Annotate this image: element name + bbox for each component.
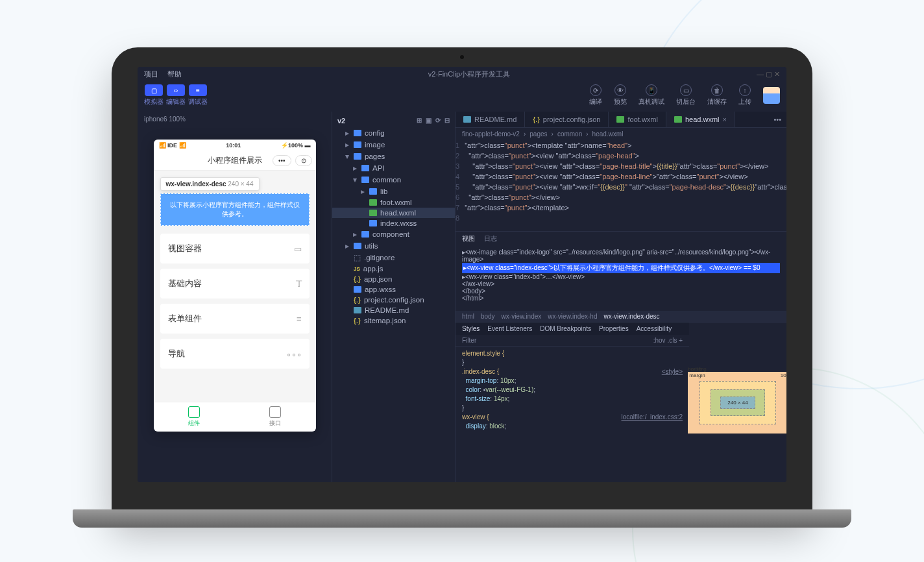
mode-simulator[interactable]: ▢模拟器 — [144, 84, 164, 106]
phone-navbar: 小程序组件展示 •••⊙ — [154, 151, 316, 171]
add-rule-icon[interactable]: + — [679, 337, 683, 344]
editor-tab[interactable]: foot.wxml — [609, 112, 666, 127]
window-title: v2-FinClip小程序开发工具 — [191, 69, 748, 79]
editor-tab[interactable]: {.}project.config.json — [525, 112, 609, 127]
file-node[interactable]: {.}project.config.json — [332, 295, 455, 305]
action-upload[interactable]: ↑上传 — [738, 84, 751, 106]
file-node[interactable]: README.md — [332, 305, 455, 315]
file-node[interactable]: ⬚.gitignore — [332, 252, 455, 263]
hov-toggle[interactable]: :hov — [653, 337, 666, 344]
editor-area: README.md{.}project.config.jsonfoot.wxml… — [456, 112, 786, 482]
new-file-icon[interactable]: ⊞ — [417, 117, 422, 125]
action-preview[interactable]: 👁预览 — [614, 84, 627, 106]
capsule-more[interactable]: ••• — [273, 155, 291, 166]
cls-toggle[interactable]: .cls — [667, 337, 677, 344]
phone-statusbar: 📶 IDE 📶10:01⚡100% ▬ — [154, 140, 316, 151]
inspect-tooltip: wx-view.index-desc 240 × 44 — [160, 177, 260, 191]
file-node[interactable]: JSapp.js — [332, 263, 455, 274]
highlighted-element[interactable]: 以下将展示小程序官方组件能力，组件样式仅供参考。 — [160, 193, 310, 226]
simulator-panel: iphone6 100% 📶 IDE 📶10:01⚡100% ▬ 小程序组件展示… — [138, 112, 332, 482]
file-node[interactable]: foot.wxml — [332, 197, 455, 208]
list-item[interactable]: 表单组件≡ — [160, 304, 310, 334]
file-explorer[interactable]: v2 ⊞▣⟳⊟ ▸config▸image▾pages▸API▾common▸l… — [332, 112, 456, 482]
file-node[interactable]: app.wxss — [332, 284, 455, 295]
dom-breadcrumb[interactable]: htmlbodywx-view.indexwx-view.index-hdwx-… — [456, 311, 786, 322]
file-node[interactable]: head.wxml — [332, 208, 455, 218]
ide-window: 项目 帮助 v2-FinClip小程序开发工具 — ▢ ✕ ▢模拟器 ‹›编辑器… — [138, 67, 786, 482]
dom-tree[interactable]: ▸<wx-image class="index-logo" src="../re… — [456, 246, 786, 311]
file-node[interactable]: index.wxss — [332, 218, 455, 228]
devtools-panel: 视图 日志 ▸<wx-image class="index-logo" src=… — [456, 231, 786, 482]
action-background[interactable]: ▭切后台 — [676, 84, 696, 106]
folder-node[interactable]: ▸lib — [332, 186, 455, 197]
capsule-close[interactable]: ⊙ — [295, 155, 312, 166]
file-node[interactable]: {.}sitemap.json — [332, 315, 455, 326]
list-item[interactable]: 基础内容𝕋 — [160, 269, 310, 299]
file-node[interactable]: {.}app.json — [332, 274, 455, 284]
action-compile[interactable]: ⟳编译 — [589, 84, 602, 106]
mode-editor[interactable]: ‹›编辑器 — [166, 84, 186, 106]
folder-node[interactable]: ▾pages — [332, 151, 455, 162]
styles-filter[interactable]: Filter — [462, 337, 476, 344]
folder-node[interactable]: ▸component — [332, 228, 455, 240]
folder-node[interactable]: ▸API — [332, 162, 455, 174]
more-tabs-icon[interactable]: ••• — [768, 112, 786, 127]
simulator-device-label[interactable]: iphone6 100% — [138, 112, 332, 127]
editor-tabs: README.md{.}project.config.jsonfoot.wxml… — [456, 112, 786, 128]
window-controls[interactable]: — ▢ ✕ — [757, 70, 780, 79]
tab-component[interactable]: 组件 — [154, 402, 235, 432]
menubar: 项目 帮助 v2-FinClip小程序开发工具 — ▢ ✕ — [138, 67, 786, 82]
refresh-icon[interactable]: ⟳ — [435, 117, 441, 125]
action-remote[interactable]: 📱真机调试 — [638, 84, 664, 106]
mode-debugger[interactable]: ≡调试器 — [188, 84, 208, 106]
folder-node[interactable]: ▸image — [332, 139, 455, 151]
folder-node[interactable]: ▸config — [332, 127, 455, 139]
devtools-tab-view[interactable]: 视图 — [462, 234, 475, 243]
phone-preview: 📶 IDE 📶10:01⚡100% ▬ 小程序组件展示 •••⊙ wx-view… — [154, 140, 316, 432]
laptop-frame: 项目 帮助 v2-FinClip小程序开发工具 — ▢ ✕ ▢模拟器 ‹›编辑器… — [112, 47, 812, 515]
editor-tab[interactable]: README.md — [456, 112, 525, 127]
user-avatar[interactable] — [763, 87, 780, 104]
list-item[interactable]: 视图容器▭ — [160, 234, 310, 263]
editor-tab[interactable]: head.wxml× — [666, 112, 735, 127]
breadcrumb[interactable]: fino-applet-demo-v2›pages›common›head.wx… — [456, 128, 786, 140]
menu-help[interactable]: 帮助 — [167, 69, 182, 79]
code-editor[interactable]: 12345678 "attr">class="punct"><template … — [456, 140, 786, 231]
devtools-tab-log[interactable]: 日志 — [484, 234, 497, 243]
phone-nav-title: 小程序组件展示 — [208, 155, 262, 166]
action-cache[interactable]: 🗑清缓存 — [707, 84, 727, 106]
toolbar: ▢模拟器 ‹›编辑器 ≡调试器 ⟳编译 👁预览 📱真机调试 ▭切后台 🗑清缓存 … — [138, 82, 786, 112]
new-folder-icon[interactable]: ▣ — [426, 117, 432, 125]
menu-project[interactable]: 项目 — [144, 69, 158, 79]
camera-dot — [460, 55, 464, 59]
list-item[interactable]: 导航∘∘∘ — [160, 339, 310, 369]
box-model: margin 10 border padding 240 × 44 — [689, 323, 786, 482]
folder-node[interactable]: ▾common — [332, 174, 455, 186]
explorer-root: v2 — [337, 117, 345, 125]
tab-api[interactable]: 接口 — [235, 402, 316, 432]
collapse-icon[interactable]: ⊟ — [444, 117, 450, 125]
styles-tabs[interactable]: StylesEvent ListenersDOM BreakpointsProp… — [456, 323, 689, 335]
folder-node[interactable]: ▸utils — [332, 240, 455, 252]
css-rules[interactable]: element.style { } .index-desc {<style> m… — [456, 347, 689, 434]
